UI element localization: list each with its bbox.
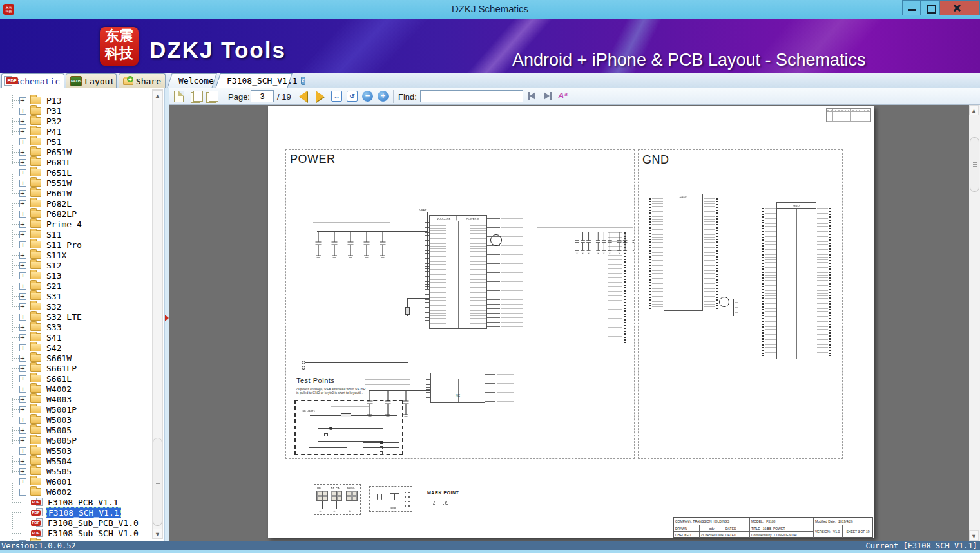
tree-folder-w5001p[interactable]: +W5001P (0, 404, 152, 415)
tree-folder-s11x[interactable]: +S11X (0, 250, 152, 260)
scroll-up-icon[interactable]: ▲ (969, 105, 979, 115)
tree-folder-s32-lte[interactable]: +S32 LTE (0, 312, 152, 322)
main-scrollbar[interactable]: ▲ ▼ (969, 105, 980, 541)
folder-icon (30, 426, 41, 434)
tree-folder-p32[interactable]: +P32 (0, 116, 152, 126)
tree-folder-s11-pro[interactable]: +S11 Pro (0, 239, 152, 250)
tree-folder-p551w[interactable]: +P551W (0, 178, 152, 188)
capacitor-bank-left (314, 230, 392, 261)
tree-folder-s21[interactable]: +S21 (0, 281, 152, 291)
tree-folder-s661w[interactable]: +S661W (0, 353, 152, 363)
tree-file-f3108-pcb-v1-1[interactable]: PDFF3108_PCB_V1.1 (0, 497, 152, 507)
single-page-icon[interactable] (174, 91, 184, 102)
doc-tab-welcome[interactable]: Welcome (169, 73, 215, 88)
tree-folder-w5003[interactable]: +W5003 (0, 415, 152, 425)
tree-folder-w6001[interactable]: +W6001 (0, 476, 152, 487)
zoom-out-icon[interactable]: − (362, 91, 373, 102)
fit-width-icon[interactable]: ↔ (331, 91, 342, 102)
app-name: DZKJ Tools (149, 37, 286, 63)
continuous-pages-icon[interactable] (206, 91, 218, 102)
shield-box: BB RF_PA 6686C ⊥ ⊥ ⊥ (314, 484, 361, 515)
maximize-button[interactable] (921, 0, 939, 15)
tree-folder-p682l[interactable]: +P682L (0, 198, 152, 209)
tree-folder-w5504[interactable]: +W5504 (0, 456, 152, 466)
tree-folder-p13[interactable]: +P13 (0, 95, 152, 106)
tree-item-label: W5003 (45, 415, 73, 425)
tree-folder-s41[interactable]: +S41 (0, 332, 152, 342)
folder-icon (30, 457, 41, 465)
find-input[interactable] (420, 90, 523, 102)
tree-file-f3108-sub-pcb-v1-0[interactable]: PDFF3108_Sub_PCB_V1.0 (0, 518, 152, 528)
prev-page-icon[interactable] (299, 91, 307, 102)
scroll-down-icon[interactable]: ▼ (153, 529, 162, 539)
viewer-content[interactable]: POWER VBAT VDDCORE (169, 105, 980, 541)
main-scroll-thumb[interactable] (970, 137, 979, 192)
folder-icon (30, 148, 41, 156)
power-ic-lower: NC (430, 373, 485, 403)
minimize-button[interactable] (902, 0, 921, 15)
match-case-icon[interactable]: Aª (558, 91, 567, 100)
tree-folder-s661l[interactable]: +S661L (0, 373, 152, 384)
tree-item-label: W6002 (45, 487, 73, 497)
pdf-page[interactable]: POWER VBAT VDDCORE (268, 106, 874, 538)
folder-icon (30, 107, 41, 115)
doc-tab-current[interactable]: F3108_SCH_V1.1 x (218, 73, 290, 88)
tree-folder-s33[interactable]: +S33 (0, 322, 152, 332)
tree-folder-p682lp[interactable]: +P682LP (0, 209, 152, 219)
facing-pages-icon[interactable] (191, 91, 203, 102)
next-page-icon[interactable] (316, 91, 324, 102)
folder-icon (30, 230, 41, 238)
zoom-in-icon[interactable]: + (378, 91, 389, 102)
tree-folder-p31[interactable]: +P31 (0, 106, 152, 116)
tree-folder-w5005[interactable]: +W5005 (0, 425, 152, 435)
sidebar-scroll-thumb[interactable] (153, 438, 162, 526)
tree-item-label: P661W (45, 189, 73, 198)
tree-folder-p651w[interactable]: +P651W (0, 147, 152, 157)
pdf-icon: PDF (31, 529, 43, 538)
close-button[interactable] (939, 0, 980, 15)
tree-folder-s31[interactable]: +S31 (0, 291, 152, 301)
folder-icon (30, 272, 41, 279)
tree-folder-w5005p[interactable]: +W5005P (0, 435, 152, 445)
tab-schematic[interactable]: PDF Schematic (1, 73, 64, 88)
page-number-input[interactable] (251, 90, 274, 102)
folder-icon (30, 189, 41, 197)
tree-folder-p681l[interactable]: +P681L (0, 157, 152, 167)
find-previous-icon[interactable] (527, 92, 537, 100)
tree-folder-s42[interactable]: +S42 (0, 342, 152, 353)
folder-icon (30, 117, 41, 125)
tree-folder-s661lp[interactable]: +S661LP (0, 363, 152, 373)
tab-share[interactable]: + Share (119, 73, 166, 88)
find-next-icon[interactable] (543, 92, 553, 100)
tree-file-f3108-sub-sch-v1-0[interactable]: PDFF3108_Sub_SCH_V1.0 (0, 528, 152, 538)
tree-item-label: S13 (45, 271, 62, 281)
tree-item-label: P651W (45, 147, 73, 157)
tree-folder-s12[interactable]: +S12 (0, 260, 152, 270)
tree-folder-w6002[interactable]: −W6002 (0, 487, 152, 497)
title-block: COMPANY: TRANSSION HOLDINGS MODEL:F3108 … (673, 517, 873, 538)
test-points-title: Test Points (296, 377, 334, 384)
tree-folder-s32[interactable]: +S32 (0, 301, 152, 312)
scroll-up-icon[interactable]: ▲ (153, 90, 162, 100)
tree-folder-s11[interactable]: +S11 (0, 229, 152, 239)
tree-folder-p651l[interactable]: +P651L (0, 167, 152, 178)
tree-folder-p51[interactable]: +P51 (0, 136, 152, 147)
tab-layout[interactable]: PADS Layout (66, 73, 117, 88)
tree-file-f3108-sch-v1-1[interactable]: PDFF3108_SCH_V1.1 (0, 507, 152, 518)
fit-page-icon[interactable]: ↺ (347, 91, 358, 102)
tree-folder-s13[interactable]: +S13 (0, 270, 152, 281)
tree-folder-p41[interactable]: +P41 (0, 126, 152, 136)
tree-folder-prime-4[interactable]: +Prime 4 (0, 219, 152, 229)
window-title: DZKJ Schematics (0, 3, 980, 14)
tree-folder-w5503[interactable]: +W5503 (0, 445, 152, 456)
sidebar-scrollbar[interactable]: ▲ ▼ (152, 89, 163, 539)
tree-folder-w4003[interactable]: +W4003 (0, 394, 152, 404)
sheet-frame (872, 108, 872, 537)
tree-folder-w4002[interactable]: +W4002 (0, 384, 152, 394)
tree-item-label: P51 (45, 137, 62, 147)
folder-icon (30, 436, 41, 444)
tree-folder-w5505[interactable]: +W5505 (0, 466, 152, 476)
tree-folder-p661w[interactable]: +P661W (0, 188, 152, 198)
scroll-down-icon[interactable]: ▼ (969, 530, 979, 541)
close-tab-icon[interactable]: x (301, 77, 305, 85)
